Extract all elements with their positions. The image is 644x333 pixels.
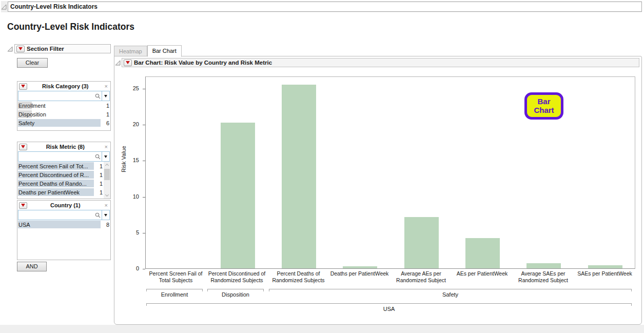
bar[interactable]: [221, 123, 255, 268]
red-triangle-menu-button[interactable]: [19, 144, 27, 150]
filter-item-count: 8: [102, 222, 110, 228]
filter-item-count: 1: [95, 172, 104, 178]
y-tick-mark: [143, 269, 145, 269]
x-category-label: AEs per PatientWeek: [452, 270, 513, 277]
country-group-label: USA: [146, 306, 632, 312]
y-tick-label: 20: [123, 121, 139, 127]
chevron-down-icon: [104, 155, 107, 158]
chevron-down-icon: [104, 214, 107, 217]
filter-item[interactable]: Percent Discontinued of R...1: [17, 170, 104, 179]
y-tick-label: 10: [123, 193, 139, 200]
x-category-label-line: Total Subjects: [145, 277, 206, 284]
x-category-label: Percent Deaths ofRandomized Subjects: [268, 270, 329, 283]
bar[interactable]: [526, 263, 561, 268]
filter-item-list: Percent Screen Fail of Tot...1Percent Di…: [17, 162, 110, 199]
and-button[interactable]: AND: [17, 262, 47, 271]
x-category-label-line: Percent Deaths of: [268, 270, 329, 277]
filter-group-header: Risk Metric (8)×: [17, 142, 110, 151]
x-category-label: Average SAEs perRandomized Subject: [513, 270, 574, 283]
x-category-label: Deaths per PatientWeek: [329, 270, 390, 277]
x-category-label: Percent Screen Fail ofTotal Subjects: [145, 270, 206, 283]
footer-strip: [0, 325, 644, 333]
search-dropdown-button[interactable]: [102, 91, 109, 101]
filter-search-input[interactable]: [18, 92, 94, 100]
red-triangle-menu-button[interactable]: [16, 46, 25, 52]
tab-bar-chart[interactable]: Bar Chart: [147, 45, 182, 57]
outline-title[interactable]: Country-Level Risk Indicators: [8, 2, 642, 12]
filter-item[interactable]: Deaths per PatientWeek1: [17, 188, 104, 197]
filter-group-header: Country (1)×: [17, 201, 110, 210]
filter-search-input[interactable]: [18, 152, 94, 161]
search-icon: [94, 93, 102, 99]
filter-item[interactable]: Percent Deaths of Rando...1: [17, 179, 104, 188]
risk-category-group-label: Enrollment: [146, 291, 203, 298]
badge-line: Chart: [534, 106, 554, 115]
red-triangle-menu-button[interactable]: [19, 202, 27, 209]
tab-bar: Heatmap Bar Chart: [114, 45, 182, 57]
x-category-label-line: Randomized Subject: [391, 277, 452, 284]
chevron-up-icon: [105, 164, 109, 167]
red-triangle-icon: [21, 145, 25, 148]
filter-item[interactable]: Disposition1: [17, 110, 110, 119]
section-filter-title: Section Filter: [27, 46, 64, 52]
bar-chart-tab-panel: Bar Chart: Risk Value by Country and Ris…: [114, 56, 642, 325]
search-dropdown-button[interactable]: [102, 152, 109, 161]
filter-item[interactable]: Percent Screen Fail of Tot...1: [17, 162, 104, 170]
disclosure-open-icon[interactable]: [7, 46, 13, 52]
chart-area: Risk Value 0510152025 Bar Chart Percent …: [114, 56, 642, 325]
bar-chart-badge: Bar Chart: [524, 92, 563, 120]
x-category-label-line: Average SAEs per: [513, 270, 574, 277]
scrollbar-thumb[interactable]: [104, 169, 110, 180]
filter-item-count: 1: [102, 103, 110, 109]
x-category-label: SAEs per PatientWeek: [574, 270, 635, 277]
filter-group: Country (1)×USA8: [17, 200, 111, 260]
filter-item[interactable]: Enrollment1: [17, 101, 110, 110]
bar[interactable]: [588, 265, 622, 268]
chevron-down-icon: [104, 95, 107, 97]
search-icon: [94, 154, 102, 160]
page-title: Country-Level Risk Indicators: [7, 22, 134, 32]
scroll-up-button[interactable]: [104, 162, 110, 168]
filter-group: Risk Category (3)×Enrollment1Disposition…: [17, 81, 111, 131]
search-dropdown-button[interactable]: [102, 210, 109, 220]
close-icon[interactable]: ×: [104, 144, 109, 150]
filter-search-box: [18, 91, 110, 101]
search-icon: [94, 212, 102, 218]
close-icon[interactable]: ×: [104, 84, 109, 89]
red-triangle-icon: [21, 85, 25, 88]
bar[interactable]: [282, 85, 316, 268]
section-filter-header: Section Filter: [7, 44, 111, 53]
tab-heatmap[interactable]: Heatmap: [114, 46, 147, 56]
filter-item-list: Enrollment1Disposition1Safety6: [17, 101, 110, 130]
section-filter-titlebox: Section Filter: [14, 44, 111, 53]
filter-item-label: Percent Deaths of Rando...: [18, 181, 95, 187]
y-tick-label: 15: [123, 157, 139, 163]
filter-group-title: Country (1): [27, 202, 104, 208]
bar[interactable]: [404, 217, 439, 268]
filter-item-label: Safety: [18, 120, 102, 126]
filter-item-count: 1: [95, 189, 104, 195]
bar[interactable]: [343, 266, 377, 268]
filter-group-title: Risk Metric (8): [27, 144, 104, 150]
plot-frame[interactable]: Bar Chart: [145, 76, 635, 269]
x-category-label-line: Percent Discontinued of: [206, 270, 267, 277]
x-category-label-line: Randomized Subjects: [206, 277, 267, 284]
scroll-down-button[interactable]: [104, 192, 110, 199]
red-triangle-menu-button[interactable]: [19, 83, 27, 90]
filter-item[interactable]: Safety6: [17, 119, 110, 127]
filter-search-input[interactable]: [18, 211, 94, 219]
filter-item[interactable]: USA8: [17, 220, 110, 229]
y-tick-label: 0: [123, 265, 139, 271]
close-icon[interactable]: ×: [104, 203, 109, 208]
bar[interactable]: [465, 238, 500, 268]
x-category-label-line: Randomized Subject: [513, 277, 574, 284]
y-tick-label: 5: [123, 229, 139, 236]
x-category-label: Percent Discontinued ofRandomized Subjec…: [206, 270, 267, 283]
x-category-label-line: SAEs per PatientWeek: [574, 270, 635, 277]
risk-category-group-label: Disposition: [207, 291, 264, 298]
disclosure-open-icon[interactable]: [1, 4, 7, 10]
scrollbar[interactable]: [104, 162, 110, 199]
clear-button[interactable]: Clear: [17, 58, 48, 68]
risk-category-group-label: Safety: [269, 291, 632, 298]
y-tick-label: 25: [123, 85, 139, 91]
